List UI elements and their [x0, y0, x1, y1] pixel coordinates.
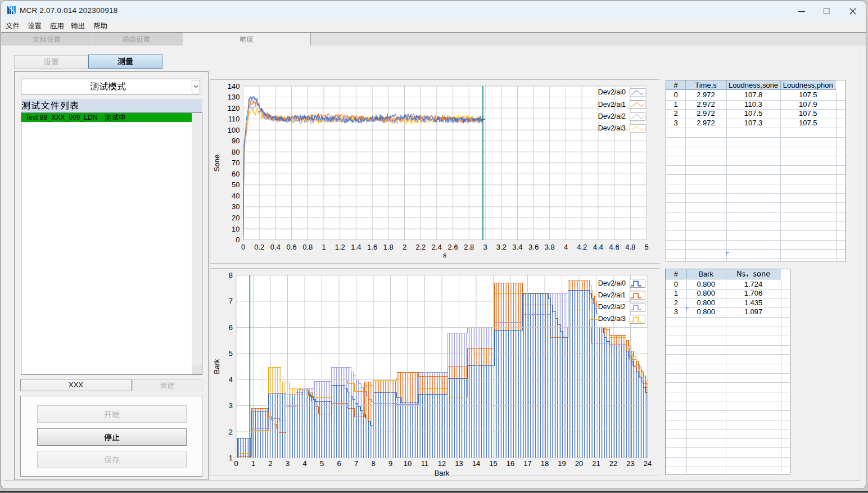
- svg-text:Bark: Bark: [434, 469, 449, 476]
- svg-text:4: 4: [302, 459, 306, 468]
- svg-text:140: 140: [227, 82, 239, 91]
- svg-text:10: 10: [232, 225, 239, 233]
- svg-text:1: 1: [228, 454, 232, 462]
- svg-text:11: 11: [421, 459, 428, 468]
- svg-text:19: 19: [558, 459, 566, 468]
- svg-text:Sone: Sone: [213, 155, 221, 171]
- svg-text:Dev2/ai1: Dev2/ai1: [598, 291, 625, 299]
- svg-text:20: 20: [232, 214, 239, 222]
- svg-text:3.4: 3.4: [512, 243, 522, 251]
- svg-text:3: 3: [285, 459, 289, 468]
- svg-text:70: 70: [232, 159, 239, 167]
- svg-text:40: 40: [232, 192, 239, 200]
- svg-text:4.4: 4.4: [593, 243, 603, 251]
- svg-text:Dev2/ai3: Dev2/ai3: [598, 315, 625, 323]
- svg-text:8: 8: [228, 271, 232, 279]
- svg-text:0.8: 0.8: [302, 243, 313, 251]
- svg-text:6: 6: [337, 459, 341, 468]
- svg-text:7: 7: [354, 459, 358, 468]
- svg-text:Dev2/ai0: Dev2/ai0: [598, 88, 625, 96]
- svg-text:4.6: 4.6: [609, 243, 619, 251]
- svg-text:0.2: 0.2: [254, 243, 264, 251]
- svg-text:0: 0: [241, 243, 245, 251]
- svg-text:14: 14: [472, 459, 480, 468]
- svg-text:50: 50: [232, 180, 239, 189]
- svg-text:10: 10: [403, 459, 411, 468]
- svg-text:5: 5: [319, 459, 323, 468]
- svg-text:0: 0: [234, 459, 238, 468]
- svg-text:24: 24: [643, 459, 651, 468]
- svg-text:21: 21: [592, 459, 600, 468]
- svg-text:2.8: 2.8: [464, 243, 474, 251]
- svg-text:1: 1: [322, 243, 326, 251]
- svg-text:9: 9: [388, 459, 392, 468]
- svg-text:1.6: 1.6: [367, 243, 377, 251]
- svg-text:3.6: 3.6: [528, 243, 539, 251]
- svg-text:15: 15: [489, 459, 497, 468]
- svg-text:Dev2/ai2: Dev2/ai2: [598, 112, 625, 120]
- svg-text:4: 4: [563, 243, 567, 251]
- svg-text:120: 120: [227, 104, 239, 112]
- svg-text:80: 80: [232, 148, 239, 156]
- svg-text:7: 7: [228, 297, 232, 305]
- svg-text:2.6: 2.6: [447, 243, 458, 251]
- svg-text:2: 2: [228, 428, 232, 436]
- svg-text:23: 23: [626, 459, 634, 468]
- svg-text:4: 4: [228, 376, 232, 384]
- svg-text:100: 100: [227, 126, 239, 134]
- svg-text:2.2: 2.2: [415, 243, 426, 251]
- svg-text:Dev2/ai2: Dev2/ai2: [598, 303, 625, 311]
- svg-text:6: 6: [228, 323, 232, 332]
- svg-text:Dev2/ai3: Dev2/ai3: [598, 124, 625, 132]
- svg-text:12: 12: [437, 459, 445, 468]
- svg-text:1: 1: [251, 459, 255, 468]
- svg-text:1.4: 1.4: [351, 243, 361, 251]
- svg-text:Dev2/ai0: Dev2/ai0: [598, 279, 625, 287]
- svg-text:2: 2: [268, 459, 272, 468]
- svg-text:1.2: 1.2: [334, 243, 345, 251]
- svg-text:16: 16: [506, 459, 514, 468]
- svg-text:Dev2/ai1: Dev2/ai1: [598, 101, 625, 108]
- svg-text:Bark: Bark: [213, 359, 221, 374]
- svg-text:0.4: 0.4: [270, 243, 280, 251]
- svg-text:17: 17: [523, 459, 531, 468]
- svg-text:3: 3: [228, 401, 232, 410]
- svg-text:4.8: 4.8: [625, 243, 635, 251]
- svg-text:110: 110: [228, 115, 239, 123]
- svg-text:0: 0: [236, 236, 239, 244]
- svg-text:3: 3: [483, 243, 487, 251]
- svg-text:13: 13: [455, 459, 463, 468]
- svg-text:30: 30: [232, 202, 239, 211]
- svg-text:8: 8: [371, 459, 375, 468]
- svg-text:18: 18: [540, 459, 548, 468]
- svg-text:20: 20: [575, 459, 582, 468]
- svg-text:4.2: 4.2: [577, 243, 587, 251]
- svg-text:5: 5: [228, 349, 232, 358]
- svg-text:1.8: 1.8: [383, 243, 393, 251]
- svg-text:2: 2: [402, 243, 406, 251]
- svg-text:60: 60: [232, 170, 239, 178]
- svg-text:5: 5: [644, 243, 648, 251]
- svg-text:s: s: [442, 251, 446, 259]
- svg-text:22: 22: [609, 459, 617, 468]
- svg-text:130: 130: [227, 93, 239, 101]
- svg-text:0.6: 0.6: [286, 243, 296, 251]
- svg-text:3.8: 3.8: [544, 243, 554, 251]
- svg-text:90: 90: [232, 137, 239, 145]
- svg-text:2.4: 2.4: [431, 243, 441, 251]
- svg-text:3.2: 3.2: [496, 243, 506, 251]
